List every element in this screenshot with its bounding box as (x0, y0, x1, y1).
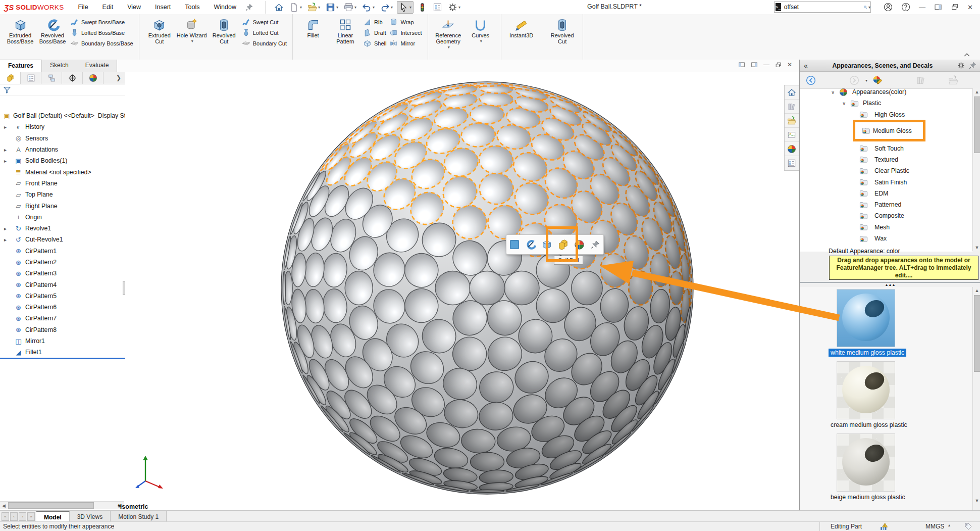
appearance-tree-item-edm[interactable]: EDM (800, 188, 972, 199)
feature-tree-item-cirpattern5[interactable]: ⊛CirPattern5 (0, 291, 125, 302)
menu-item[interactable]: View (126, 3, 142, 12)
appearance-face-icon[interactable] (508, 238, 521, 251)
rebuild-button[interactable] (416, 2, 429, 13)
ribbon-button-linear-pattern[interactable]: Linear Pattern (330, 16, 360, 44)
menu-item[interactable]: Edit (101, 3, 115, 12)
display-style-icon[interactable]: ▾ (471, 72, 485, 73)
ribbon-button-lofted-cut[interactable]: Lofted Cut (242, 27, 287, 38)
bottom-tab-3d-views[interactable]: 3D Views (70, 511, 111, 522)
select-button[interactable]: ▾ (397, 1, 414, 14)
edit-appearance-icon[interactable] (872, 75, 883, 85)
ribbon-button-boundary-cut[interactable]: Boundary Cut (242, 38, 287, 49)
appearance-feature-icon[interactable] (524, 238, 537, 251)
ribbon-button-revolved-cut[interactable]: Revolved Cut (209, 16, 239, 44)
search-input[interactable] (783, 3, 863, 11)
scroll-left-icon[interactable]: ◀ (0, 503, 8, 508)
command-tab-features[interactable]: Features (0, 60, 42, 72)
save-button[interactable]: ▾ (324, 2, 340, 13)
golf-ball-model[interactable] (125, 72, 799, 510)
redo-button[interactable]: ▾ (379, 2, 394, 13)
scrollbar-thumb[interactable] (974, 96, 980, 153)
menu-item[interactable]: Tools (184, 3, 200, 12)
appearance-tree-item-satin-finish[interactable]: Satin Finish (800, 176, 972, 187)
tab-displaymanager[interactable] (83, 72, 104, 84)
ribbon-button-revolved-boss-base[interactable]: Revolved Boss/Base (37, 16, 68, 44)
ribbon-button-hole-wizard[interactable]: Hole Wizard▾ (177, 16, 207, 44)
ribbon-button-extruded-cut[interactable]: Extruded Cut (144, 16, 175, 44)
pin-menu-icon[interactable] (245, 3, 253, 11)
back-icon[interactable] (806, 75, 816, 85)
restore-button[interactable] (951, 3, 959, 11)
history-dropdown-icon[interactable]: ▾ (865, 78, 867, 83)
search-box[interactable]: >_ ▾ (774, 2, 871, 13)
task-pane-tab-custom-properties[interactable] (785, 156, 799, 170)
tags-icon[interactable] (964, 522, 972, 530)
doc-close-button[interactable]: ✕ (787, 61, 792, 68)
ribbon-button-reference-geometry[interactable]: Reference Geometry▾ (433, 16, 463, 51)
close-button[interactable]: ✕ (967, 4, 973, 11)
performance-warning-icon[interactable] (880, 522, 888, 531)
scroll-down-icon[interactable]: ▼ (973, 497, 980, 504)
ribbon-button-instant3d[interactable]: Instant3D (506, 16, 537, 38)
appearance-tree-item-wax[interactable]: Wax (800, 233, 972, 244)
ribbon-button-rib[interactable]: Rib (363, 17, 386, 27)
appearance-tree-item-high-gloss[interactable]: High Gloss (800, 109, 972, 120)
view-orientation-icon[interactable]: ▾ (453, 72, 467, 73)
command-tab-sketch[interactable]: Sketch (42, 60, 77, 72)
menu-item[interactable]: File (77, 3, 89, 12)
tab-featuremanager[interactable] (0, 72, 21, 84)
prev-tab-icon[interactable]: ‹ (10, 512, 18, 521)
task-pane-tab-view-palette[interactable] (785, 128, 799, 142)
scroll-up-icon[interactable]: ▲ (973, 287, 980, 294)
show-panes-icon[interactable] (934, 3, 942, 11)
feature-tree-item-right-plane[interactable]: ▱Right Plane (0, 200, 125, 211)
feature-tree-item-revolve1[interactable]: ▸↻Revolve1 (0, 223, 125, 234)
appearance-thumbnail-white-medium-gloss-plastic[interactable]: white medium gloss plastic (829, 289, 950, 357)
doc-minimize-button[interactable]: — (763, 61, 769, 68)
feature-tree-root[interactable]: ▣Golf Ball (Default) <<Default>_Display … (0, 110, 125, 121)
ribbon-button-boundary-boss-base[interactable]: Boundary Boss/Base (70, 38, 133, 49)
annotation-tools-icon[interactable] (438, 72, 449, 73)
save-dropdown-icon[interactable]: ▾ (336, 5, 338, 10)
redo-dropdown-icon[interactable]: ▾ (391, 5, 393, 10)
appearance-tree-item-appearances-color-[interactable]: ∨Appearances(color) (800, 86, 972, 98)
scrollbar-thumb[interactable] (974, 295, 980, 372)
ribbon-button-mirror[interactable]: Mirror (389, 38, 422, 49)
ribbon-button-draft[interactable]: Draft (363, 27, 386, 38)
home-button[interactable] (273, 2, 285, 13)
scroll-down-icon[interactable]: ▼ (973, 244, 980, 251)
scroll-up-icon[interactable]: ▲ (973, 88, 980, 95)
ribbon-button-fillet[interactable]: Fillet (298, 16, 328, 38)
pane-pin-icon[interactable] (969, 62, 976, 69)
feature-tree-item-sensors[interactable]: ◎Sensors (0, 133, 125, 144)
previous-view-icon[interactable] (409, 72, 420, 73)
settings-dropdown-icon[interactable]: ▾ (458, 5, 460, 10)
ribbon-button-revolved-cut[interactable]: Revolved Cut (547, 16, 578, 44)
library-icon[interactable] (916, 75, 926, 85)
zoom-to-fit-icon[interactable] (380, 72, 391, 73)
units-dropdown-icon[interactable]: ▴ (948, 523, 950, 527)
thumbnails-scrollbar[interactable]: ▲ ▼ (972, 287, 980, 511)
task-pane-tab-solidworks-resources[interactable] (785, 85, 799, 100)
filter-funnel-icon[interactable] (3, 86, 11, 94)
feature-tree-item-top-plane[interactable]: ▱Top Plane (0, 189, 125, 200)
ribbon-button-lofted-boss-base[interactable]: Lofted Boss/Base (70, 27, 133, 38)
last-tab-icon[interactable]: » (27, 512, 35, 521)
collapse-ribbon-icon[interactable] (963, 51, 970, 58)
feature-tree-item-annotations[interactable]: ▸AAnnotations (0, 144, 125, 155)
feature-tree-item-cirpattern2[interactable]: ⊛CirPattern2 (0, 257, 125, 268)
feature-tree-item-cirpattern6[interactable]: ⊛CirPattern6 (0, 302, 125, 313)
units-label[interactable]: MMGS (925, 523, 944, 530)
ribbon-button-swept-boss-base[interactable]: Swept Boss/Base (70, 17, 133, 27)
dock-left-icon[interactable] (738, 61, 745, 68)
feature-tree-item-fillet1[interactable]: ◢Fillet1 (0, 347, 125, 358)
feature-tree-item-cirpattern4[interactable]: ⊛CirPattern4 (0, 279, 125, 290)
options-button[interactable] (431, 2, 444, 13)
first-tab-icon[interactable]: « (2, 512, 9, 521)
appearance-tree-item-patterned[interactable]: Patterned (800, 199, 972, 210)
edit-appearance-icon[interactable] (506, 72, 517, 73)
task-pane-tab-file-explorer[interactable] (785, 114, 799, 128)
search-icon[interactable] (863, 4, 867, 11)
tree-horizontal-scrollbar[interactable]: ◀ ▶ (0, 501, 124, 509)
feature-tree-item-origin[interactable]: +Origin (0, 212, 125, 223)
